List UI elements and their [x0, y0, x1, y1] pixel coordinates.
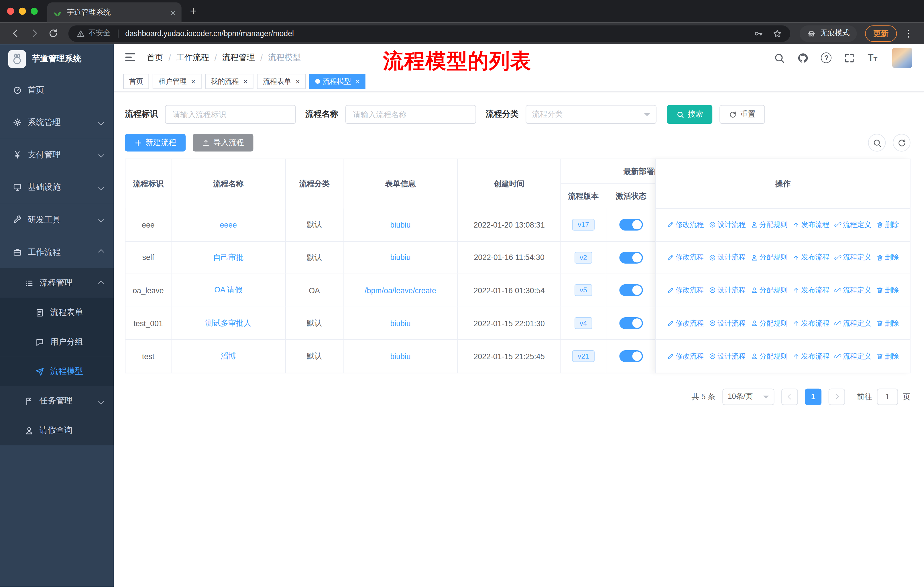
- search-icon[interactable]: [774, 52, 785, 63]
- process-definition-link[interactable]: 流程定义: [834, 318, 871, 328]
- reset-button[interactable]: 重置: [719, 105, 765, 124]
- sidebar-item-workflow[interactable]: 工作流程: [0, 236, 114, 268]
- modify-process-link[interactable]: 修改流程: [667, 253, 704, 263]
- form-info-link[interactable]: biubiu: [390, 253, 411, 262]
- search-button[interactable]: 搜索: [667, 105, 712, 124]
- sidebar-item-leave-query[interactable]: 请假查询: [0, 416, 114, 445]
- modify-process-link[interactable]: 修改流程: [667, 286, 704, 296]
- active-toggle[interactable]: [619, 251, 643, 263]
- assign-rule-link[interactable]: 分配规则: [751, 351, 788, 361]
- help-icon[interactable]: ?: [821, 53, 832, 63]
- new-tab-button[interactable]: +: [185, 3, 201, 20]
- sidebar-item-user-group[interactable]: 用户分组: [0, 327, 114, 357]
- delete-row-link[interactable]: 删除: [876, 220, 899, 230]
- sidebar-item-process-model[interactable]: 流程模型: [0, 357, 114, 386]
- process-name-link[interactable]: eeee: [220, 220, 237, 229]
- tag-view-0[interactable]: 首页: [123, 74, 149, 89]
- process-definition-link[interactable]: 流程定义: [834, 253, 871, 263]
- sidebar-item-process-mgmt[interactable]: 流程管理: [0, 268, 114, 298]
- import-process-button[interactable]: 导入流程: [193, 134, 254, 152]
- active-toggle[interactable]: [619, 350, 643, 362]
- publish-process-link[interactable]: 发布流程: [792, 286, 830, 296]
- close-icon[interactable]: ×: [355, 78, 360, 85]
- current-page[interactable]: 1: [805, 389, 822, 405]
- assign-rule-link[interactable]: 分配规则: [751, 220, 788, 230]
- browser-update-button[interactable]: 更新: [865, 25, 897, 41]
- form-info-link[interactable]: biubiu: [390, 319, 411, 327]
- process-name-link[interactable]: 滔博: [221, 351, 236, 362]
- prev-page-button[interactable]: [781, 389, 798, 405]
- form-info-link[interactable]: biubiu: [390, 352, 411, 361]
- breadcrumb-item[interactable]: 流程管理: [222, 53, 255, 63]
- browser-menu-icon[interactable]: ⋮: [899, 28, 917, 39]
- collapse-sidebar-icon[interactable]: [124, 51, 137, 64]
- forward-button[interactable]: [26, 25, 43, 41]
- assign-rule-link[interactable]: 分配规则: [751, 253, 788, 263]
- close-icon[interactable]: ×: [243, 78, 248, 85]
- design-process-link[interactable]: 设计流程: [709, 253, 746, 263]
- close-icon[interactable]: ×: [295, 78, 300, 85]
- zoom-window-button[interactable]: [31, 8, 38, 15]
- breadcrumb-item[interactable]: 首页: [147, 53, 163, 63]
- delete-row-link[interactable]: 删除: [876, 351, 899, 361]
- process-id-input[interactable]: [165, 105, 296, 124]
- assign-rule-link[interactable]: 分配规则: [751, 286, 788, 296]
- publish-process-link[interactable]: 发布流程: [792, 220, 830, 230]
- close-window-button[interactable]: [7, 8, 14, 15]
- refresh-table-button[interactable]: [893, 134, 911, 152]
- form-info-link[interactable]: /bpm/oa/leave/create: [365, 286, 436, 295]
- process-definition-link[interactable]: 流程定义: [834, 351, 871, 361]
- sidebar-item-payment-mgmt[interactable]: 支付管理: [0, 139, 114, 171]
- process-name-input[interactable]: [345, 105, 476, 124]
- modify-process-link[interactable]: 修改流程: [667, 318, 704, 328]
- security-warning[interactable]: 不安全: [76, 28, 110, 38]
- toggle-search-button[interactable]: [868, 134, 886, 152]
- breadcrumb-item[interactable]: 工作流程: [176, 53, 209, 63]
- browser-tab[interactable]: 芋道管理系统 ×: [47, 2, 182, 22]
- form-info-link[interactable]: biubiu: [390, 220, 411, 229]
- minimize-window-button[interactable]: [19, 8, 26, 15]
- category-select[interactable]: 流程分类: [526, 105, 657, 124]
- sidebar-item-dev-tools[interactable]: 研发工具: [0, 203, 114, 236]
- process-name-link[interactable]: OA 请假: [214, 285, 242, 296]
- tab-close-icon[interactable]: ×: [170, 8, 176, 17]
- sidebar-item-infrastructure[interactable]: 基础设施: [0, 171, 114, 203]
- next-page-button[interactable]: [828, 389, 845, 405]
- font-size-icon[interactable]: TT: [868, 53, 877, 63]
- sidebar-item-system-mgmt[interactable]: 系统管理: [0, 106, 114, 139]
- close-icon[interactable]: ×: [191, 78, 196, 85]
- tag-view-2[interactable]: 我的流程×: [205, 74, 254, 89]
- sidebar-item-home[interactable]: 首页: [0, 74, 114, 106]
- back-button[interactable]: [7, 25, 24, 41]
- process-name-link[interactable]: 测试多审批人: [205, 318, 251, 329]
- tag-view-4[interactable]: 流程模型×: [309, 74, 366, 89]
- github-icon[interactable]: [798, 52, 809, 63]
- bookmark-star-icon[interactable]: [772, 29, 782, 38]
- sidebar-item-task-mgmt[interactable]: 任务管理: [0, 386, 114, 416]
- user-avatar[interactable]: [892, 48, 912, 68]
- active-toggle[interactable]: [619, 219, 643, 231]
- tag-view-3[interactable]: 流程表单×: [257, 74, 305, 89]
- active-toggle[interactable]: [619, 284, 643, 296]
- page-size-select[interactable]: 10条/页: [723, 389, 774, 405]
- delete-row-link[interactable]: 删除: [876, 286, 899, 296]
- tag-view-1[interactable]: 租户管理×: [153, 74, 201, 89]
- address-bar[interactable]: 不安全 dashboard.yudao.iocoder.cn/bpm/manag…: [68, 25, 790, 41]
- modify-process-link[interactable]: 修改流程: [667, 220, 704, 230]
- url-text[interactable]: dashboard.yudao.iocoder.cn/bpm/manager/m…: [125, 29, 294, 38]
- fullscreen-icon[interactable]: [844, 52, 855, 63]
- assign-rule-link[interactable]: 分配规则: [751, 318, 788, 328]
- sidebar-item-process-form[interactable]: 流程表单: [0, 298, 114, 327]
- design-process-link[interactable]: 设计流程: [709, 220, 746, 230]
- publish-process-link[interactable]: 发布流程: [792, 318, 830, 328]
- publish-process-link[interactable]: 发布流程: [792, 253, 830, 263]
- key-icon[interactable]: [754, 29, 763, 38]
- process-definition-link[interactable]: 流程定义: [834, 286, 871, 296]
- active-toggle[interactable]: [619, 317, 643, 329]
- goto-page-input[interactable]: [877, 389, 898, 405]
- delete-row-link[interactable]: 删除: [876, 318, 899, 328]
- modify-process-link[interactable]: 修改流程: [667, 351, 704, 361]
- publish-process-link[interactable]: 发布流程: [792, 351, 830, 361]
- delete-row-link[interactable]: 删除: [876, 253, 899, 263]
- design-process-link[interactable]: 设计流程: [709, 318, 746, 328]
